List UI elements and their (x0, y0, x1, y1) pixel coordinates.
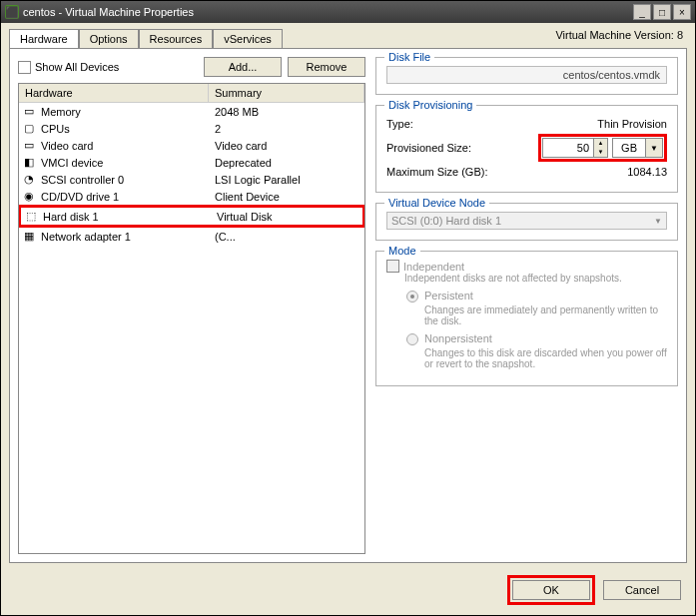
disk-file-path: centos/centos.vmdk (386, 66, 667, 84)
disk-file-group: Disk File centos/centos.vmdk (375, 57, 678, 95)
remove-button[interactable]: Remove (288, 57, 365, 77)
hw-row-memory[interactable]: ▭Memory2048 MB (19, 103, 364, 120)
spinner-up-icon[interactable]: ▲ (594, 139, 607, 148)
dialog-footer: OK Cancel (507, 575, 681, 605)
device-name: VMCI device (39, 157, 209, 169)
device-icon: ◉ (19, 190, 39, 203)
titlebar: ⬛ centos - Virtual Machine Properties _ … (1, 1, 695, 23)
hw-row-cpus[interactable]: ▢CPUs2 (19, 120, 364, 137)
col-hardware[interactable]: Hardware (19, 84, 209, 102)
dropdown-icon: ▼ (654, 217, 662, 226)
minimize-button[interactable]: _ (633, 4, 651, 20)
tab-resources[interactable]: Resources (139, 29, 214, 48)
persistent-radio (406, 291, 418, 303)
vdn-select: SCSI (0:0) Hard disk 1 ▼ (386, 212, 667, 230)
tab-bar: Hardware Options Resources vServices (9, 29, 283, 48)
device-name: SCSI controller 0 (39, 174, 209, 186)
add-button[interactable]: Add... (204, 57, 282, 77)
vm-version: Virtual Machine Version: 8 (555, 23, 695, 48)
hw-row-hard-disk-1[interactable]: ⬚Hard disk 1Virtual Disk (19, 205, 364, 228)
cancel-button[interactable]: Cancel (603, 580, 681, 600)
device-name: Network adapter 1 (39, 231, 209, 243)
device-icon: ▦ (19, 230, 39, 243)
device-summary: Virtual Disk (211, 211, 362, 223)
hw-row-vmci-device[interactable]: ◧VMCI deviceDeprecated (19, 154, 364, 171)
device-summary: LSI Logic Parallel (209, 174, 364, 186)
device-icon: ⬚ (21, 210, 41, 223)
app-icon: ⬛ (5, 5, 19, 19)
hw-row-network-adapter-1[interactable]: ▦Network adapter 1(C... (19, 228, 364, 245)
device-summary: (C... (209, 231, 364, 243)
right-pane: Disk File centos/centos.vmdk Disk Provis… (365, 57, 678, 554)
spinner-down-icon[interactable]: ▼ (594, 148, 607, 157)
left-pane: Show All Devices Add... Remove Hardware … (18, 57, 365, 554)
device-icon: ▭ (19, 139, 39, 152)
tab-vservices[interactable]: vServices (213, 29, 283, 48)
device-name: Memory (39, 106, 209, 118)
dropdown-icon: ▼ (645, 139, 662, 157)
hw-row-scsi-controller-0[interactable]: ◔SCSI controller 0LSI Logic Parallel (19, 171, 364, 188)
body-area: Show All Devices Add... Remove Hardware … (9, 48, 687, 563)
device-name: CD/DVD drive 1 (39, 191, 209, 203)
col-summary[interactable]: Summary (209, 84, 364, 102)
device-summary: Deprecated (209, 157, 364, 169)
hw-row-video-card[interactable]: ▭Video cardVideo card (19, 137, 364, 154)
device-summary: 2048 MB (209, 106, 364, 118)
device-summary: Client Device (209, 191, 364, 203)
max-size-label: Maximum Size (GB): (386, 166, 516, 178)
disk-provisioning-group: Disk Provisioning Type: Thin Provision P… (375, 105, 678, 193)
device-summary: 2 (209, 123, 364, 135)
device-name: Video card (39, 140, 209, 152)
device-icon: ▭ (19, 105, 39, 118)
maximize-button[interactable]: □ (653, 4, 671, 20)
checkbox-icon (18, 61, 31, 74)
size-unit-select[interactable]: GB ▼ (612, 138, 663, 158)
device-name: CPUs (39, 123, 209, 135)
provisioned-size-label: Provisioned Size: (386, 142, 516, 154)
device-summary: Video card (209, 140, 364, 152)
provisioned-size-spinner[interactable]: ▲▼ (542, 138, 608, 158)
hardware-list: Hardware Summary ▭Memory2048 MB▢CPUs2▭Vi… (18, 83, 365, 554)
provisioned-size-highlight: ▲▼ GB ▼ (538, 134, 667, 162)
hw-row-cd-dvd-drive-1[interactable]: ◉CD/DVD drive 1Client Device (19, 188, 364, 205)
ok-highlight: OK (507, 575, 595, 605)
vm-properties-window: ⬛ centos - Virtual Machine Properties _ … (0, 0, 696, 616)
tab-options[interactable]: Options (79, 29, 139, 48)
device-icon: ◧ (19, 156, 39, 169)
type-label: Type: (386, 118, 516, 130)
tab-hardware[interactable]: Hardware (9, 29, 79, 48)
nonpersistent-radio (406, 333, 418, 345)
close-button[interactable]: × (673, 4, 691, 20)
type-value: Thin Provision (597, 118, 667, 130)
virtual-device-node-group: Virtual Device Node SCSI (0:0) Hard disk… (375, 203, 678, 241)
max-size-value: 1084.13 (627, 166, 667, 178)
device-icon: ▢ (19, 122, 39, 135)
ok-button[interactable]: OK (512, 580, 590, 600)
independent-checkbox (386, 260, 399, 273)
mode-group: Mode Independent Independent disks are n… (375, 251, 678, 386)
show-all-devices-checkbox[interactable]: Show All Devices (18, 61, 119, 74)
window-title: centos - Virtual Machine Properties (23, 6, 194, 18)
provisioned-size-input[interactable] (543, 139, 593, 157)
device-icon: ◔ (19, 173, 39, 186)
device-name: Hard disk 1 (41, 211, 211, 223)
